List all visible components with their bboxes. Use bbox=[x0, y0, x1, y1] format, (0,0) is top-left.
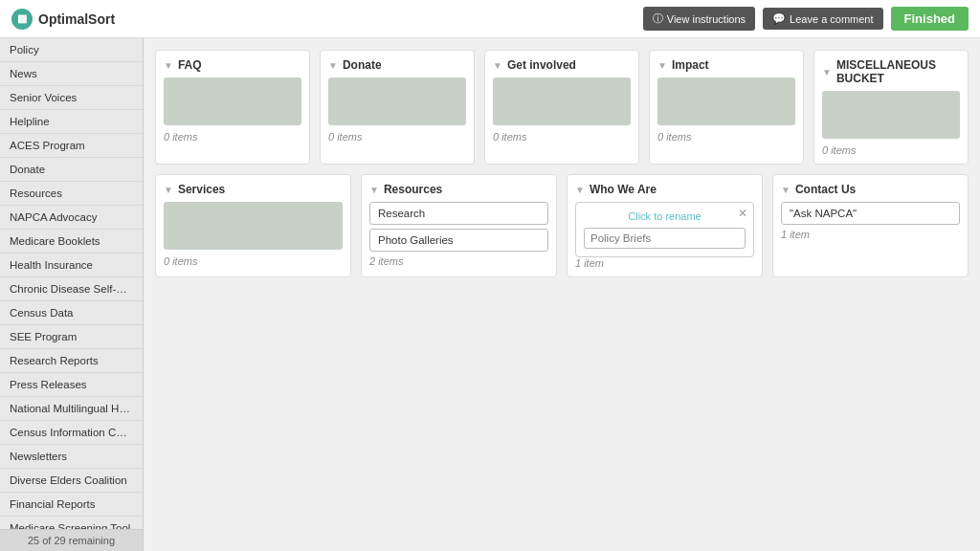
remaining-count: 25 of 29 remaining bbox=[28, 535, 115, 546]
card-drop-area[interactable] bbox=[164, 77, 301, 125]
leave-comment-button[interactable]: 💬 Leave a comment bbox=[763, 8, 882, 30]
collapse-arrow-icon[interactable]: ▼ bbox=[164, 60, 173, 71]
category-card-faq: ▼ FAQ 0 items bbox=[155, 50, 310, 165]
card-count: 0 items bbox=[164, 131, 301, 143]
card-title: Donate bbox=[343, 58, 382, 72]
card-count: 0 items bbox=[657, 131, 795, 143]
sidebar-item[interactable]: Census Information Center bbox=[0, 421, 143, 445]
card-header: ▼ Impact bbox=[657, 58, 795, 72]
view-instructions-button[interactable]: ⓘ View instructions bbox=[643, 7, 755, 31]
category-card-contact_us: ▼ Contact Us "Ask NAPCA" 1 item bbox=[772, 174, 969, 277]
sidebar-item[interactable]: Newsletters bbox=[0, 445, 143, 469]
card-drop-area[interactable] bbox=[493, 77, 631, 125]
sidebar-item[interactable]: Financial Reports bbox=[0, 493, 143, 517]
card-header: ▼ Get involved bbox=[493, 58, 631, 72]
category-card-who_we_are: ▼ Who We Are ✕ Click to rename 1 item bbox=[567, 174, 763, 277]
card-title: Services bbox=[178, 183, 225, 196]
card-drop-area[interactable] bbox=[328, 77, 466, 125]
collapse-arrow-icon[interactable]: ▼ bbox=[781, 185, 791, 195]
category-card-donate: ▼ Donate 0 items bbox=[320, 50, 475, 165]
card-count: 1 item bbox=[575, 257, 754, 269]
card-count: 0 items bbox=[493, 131, 631, 143]
sidebar-item[interactable]: Research Reports bbox=[0, 349, 143, 373]
main-content: ▼ FAQ 0 items ▼ Donate 0 items ▼ Get inv… bbox=[144, 38, 980, 551]
collapse-arrow-icon[interactable]: ▼ bbox=[657, 60, 667, 71]
rename-popup: ✕ Click to rename bbox=[575, 202, 754, 257]
collapse-arrow-icon[interactable]: ▼ bbox=[493, 60, 502, 71]
card-count: 1 item bbox=[781, 229, 960, 240]
card-header: ▼ Resources bbox=[369, 183, 548, 196]
collapse-arrow-icon[interactable]: ▼ bbox=[369, 185, 379, 195]
bottom-card-row: ▼ Services 0 items ▼ Resources ResearchP… bbox=[155, 174, 969, 277]
logo-text: OptimalSort bbox=[38, 11, 115, 27]
sidebar-item[interactable]: Senior Voices bbox=[0, 86, 143, 110]
sidebar-item[interactable]: News bbox=[0, 62, 143, 86]
logo-icon: ▩ bbox=[11, 9, 33, 30]
header: ▩ OptimalSort ⓘ View instructions 💬 Leav… bbox=[0, 0, 980, 38]
card-header: ▼ Who We Are bbox=[575, 183, 754, 196]
click-to-rename-link[interactable]: Click to rename bbox=[584, 210, 746, 222]
card-item[interactable]: Photo Galleries bbox=[369, 229, 548, 252]
card-title: Who We Are bbox=[590, 183, 657, 196]
app: PolicyNewsSenior VoicesHelplineACES Prog… bbox=[0, 0, 980, 551]
card-header: ▼ Donate bbox=[328, 58, 466, 72]
card-item[interactable]: Research bbox=[369, 202, 548, 225]
card-title: MISCELLANEOUS BUCKET bbox=[836, 58, 960, 85]
collapse-arrow-icon[interactable]: ▼ bbox=[822, 67, 832, 77]
sidebar-item[interactable]: Press Releases bbox=[0, 373, 143, 397]
category-card-impact: ▼ Impact 0 items bbox=[649, 50, 804, 165]
sidebar-item[interactable]: Donate bbox=[0, 158, 143, 182]
category-card-misc: ▼ MISCELLANEOUS BUCKET 0 items bbox=[813, 50, 969, 165]
rename-close-button[interactable]: ✕ bbox=[738, 207, 747, 220]
card-item[interactable]: "Ask NAPCA" bbox=[781, 202, 960, 225]
info-icon: ⓘ bbox=[653, 11, 663, 26]
card-header: ▼ Contact Us bbox=[781, 183, 960, 196]
card-count: 0 items bbox=[328, 131, 466, 143]
card-header: ▼ Services bbox=[164, 183, 343, 196]
collapse-arrow-icon[interactable]: ▼ bbox=[164, 185, 173, 195]
sidebar-item[interactable]: Census Data bbox=[0, 301, 143, 325]
card-drop-area[interactable] bbox=[822, 91, 960, 139]
sidebar-item[interactable]: Chronic Disease Self-Management Program bbox=[0, 277, 143, 301]
sidebar: PolicyNewsSenior VoicesHelplineACES Prog… bbox=[0, 38, 144, 551]
card-title: Get involved bbox=[507, 58, 576, 72]
sidebar-item[interactable]: Medicare Booklets bbox=[0, 230, 143, 253]
sidebar-item[interactable]: SEE Program bbox=[0, 325, 143, 349]
sidebar-item[interactable]: Diverse Elders Coalition bbox=[0, 469, 143, 493]
card-header: ▼ FAQ bbox=[164, 58, 301, 72]
card-title: Impact bbox=[672, 58, 709, 72]
card-count: 0 items bbox=[822, 144, 960, 156]
card-header: ▼ MISCELLANEOUS BUCKET bbox=[822, 58, 960, 85]
sidebar-footer: 25 of 29 remaining bbox=[0, 529, 143, 551]
category-card-resources: ▼ Resources ResearchPhoto Galleries 2 it… bbox=[361, 174, 557, 277]
finished-button[interactable]: Finished bbox=[891, 7, 969, 31]
sidebar-item[interactable]: Policy bbox=[0, 38, 143, 62]
card-count: 2 items bbox=[369, 255, 548, 267]
collapse-arrow-icon[interactable]: ▼ bbox=[575, 185, 585, 195]
card-drop-area[interactable] bbox=[164, 202, 343, 250]
top-card-row: ▼ FAQ 0 items ▼ Donate 0 items ▼ Get inv… bbox=[155, 50, 969, 165]
sidebar-item[interactable]: Resources bbox=[0, 182, 143, 206]
header-actions: ⓘ View instructions 💬 Leave a comment Fi… bbox=[643, 7, 969, 31]
card-count: 0 items bbox=[164, 255, 343, 267]
card-drop-area[interactable] bbox=[657, 77, 795, 125]
card-title: Contact Us bbox=[795, 183, 856, 196]
sidebar-items-container: PolicyNewsSenior VoicesHelplineACES Prog… bbox=[0, 38, 143, 551]
sidebar-item[interactable]: Helpline bbox=[0, 110, 143, 134]
card-title: Resources bbox=[384, 183, 442, 196]
category-card-get_involved: ▼ Get involved 0 items bbox=[484, 50, 639, 165]
comment-icon: 💬 bbox=[772, 12, 786, 25]
collapse-arrow-icon[interactable]: ▼ bbox=[328, 60, 338, 71]
rename-input[interactable] bbox=[584, 228, 746, 249]
sidebar-item[interactable]: National Multilingual Helpline bbox=[0, 397, 143, 421]
sidebar-item[interactable]: ACES Program bbox=[0, 134, 143, 158]
sidebar-item[interactable]: Health Insurance bbox=[0, 253, 143, 277]
logo: ▩ OptimalSort bbox=[11, 9, 115, 30]
category-card-services: ▼ Services 0 items bbox=[155, 174, 351, 277]
card-title: FAQ bbox=[178, 58, 202, 72]
sidebar-item[interactable]: NAPCA Advocacy bbox=[0, 206, 143, 230]
